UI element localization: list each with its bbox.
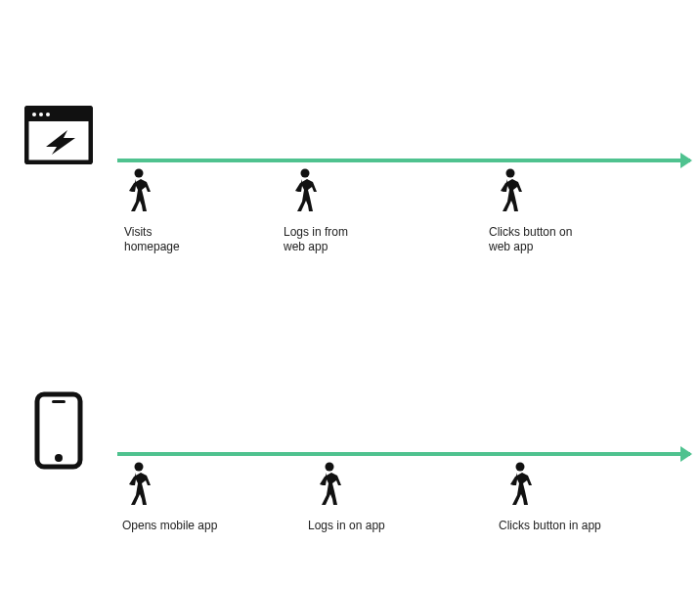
web-desc-2: Logs in from web app	[284, 225, 348, 254]
web-desc-0: Visits homepage	[124, 225, 180, 254]
svg-point-5	[135, 169, 144, 178]
svg-point-3	[39, 113, 43, 116]
svg-point-13	[516, 463, 525, 472]
browser-icon	[24, 106, 93, 168]
web-timeline	[117, 159, 690, 162]
mobile-desc-0: Opens mobile app	[122, 519, 217, 533]
mobile-desc-3: Clicks button in app	[499, 519, 601, 533]
svg-point-6	[301, 169, 310, 178]
svg-point-2	[32, 113, 36, 116]
svg-point-11	[135, 463, 144, 472]
svg-point-9	[55, 454, 63, 462]
svg-point-4	[46, 113, 50, 116]
mobile-desc-2: Logs in on app	[308, 519, 385, 533]
svg-point-7	[506, 169, 515, 178]
svg-rect-10	[52, 400, 66, 403]
web-desc-3: Clicks button on web app	[489, 225, 572, 254]
svg-point-12	[326, 463, 334, 472]
mobile-timeline	[117, 452, 690, 456]
phone-icon	[34, 391, 83, 474]
